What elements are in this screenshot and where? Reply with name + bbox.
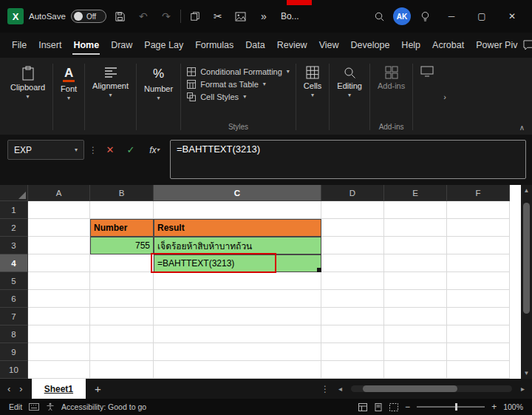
- row-header-3[interactable]: 3: [0, 237, 28, 254]
- sheet-options-icon[interactable]: ⋮: [321, 384, 330, 394]
- cut-button[interactable]: ✂: [209, 6, 227, 27]
- screenshot-button[interactable]: [415, 61, 440, 77]
- formula-input[interactable]: =BAHTTEXT(3213): [170, 140, 526, 179]
- zoom-in-button[interactable]: +: [491, 402, 497, 412]
- cell-A10[interactable]: [28, 361, 90, 379]
- tab-view[interactable]: View: [313, 35, 345, 55]
- row-header-5[interactable]: 5: [0, 272, 28, 290]
- cell-E7[interactable]: [384, 308, 447, 325]
- toolbar-overflow-button[interactable]: »: [255, 6, 273, 27]
- normal-view-button[interactable]: [358, 403, 367, 411]
- previous-sheet-button[interactable]: ‹: [7, 383, 10, 394]
- copy-button[interactable]: [186, 6, 204, 27]
- close-button[interactable]: ✕: [499, 5, 525, 27]
- cell-D8[interactable]: [321, 325, 384, 343]
- minimize-button[interactable]: ─: [439, 5, 464, 27]
- tab-acrobat[interactable]: Acrobat: [426, 35, 470, 55]
- maximize-button[interactable]: ▢: [469, 5, 494, 27]
- cell-D3[interactable]: [321, 237, 384, 254]
- cell-F3[interactable]: [447, 237, 510, 254]
- column-header-e[interactable]: E: [384, 185, 447, 201]
- column-header-d[interactable]: D: [321, 185, 384, 201]
- search-button[interactable]: [370, 6, 388, 27]
- cell-F2[interactable]: [447, 219, 510, 237]
- cell-B5[interactable]: [90, 272, 154, 290]
- cell-styles-button[interactable]: Cell Styles ▾: [187, 92, 290, 101]
- autosave-toggle[interactable]: Off: [71, 10, 106, 23]
- cell-D7[interactable]: [321, 308, 384, 325]
- name-box[interactable]: EXP ▾: [7, 140, 84, 160]
- cell-F1[interactable]: [447, 201, 510, 219]
- cell-D5[interactable]: [321, 272, 384, 290]
- cell-D10[interactable]: [321, 361, 384, 379]
- cells-button[interactable]: Cells ▾: [298, 61, 327, 98]
- cell-D4[interactable]: [321, 254, 384, 272]
- sheet-tab-sheet1[interactable]: Sheet1: [32, 379, 86, 399]
- vertical-scroll-thumb[interactable]: [523, 203, 530, 314]
- cell-F10[interactable]: [447, 361, 510, 379]
- ribbon-scroll-right-button[interactable]: ›: [440, 92, 450, 101]
- picture-button[interactable]: [232, 6, 250, 27]
- cell-C3[interactable]: เจ็ดร้อยห้าสิบห้าบาทถ้วน: [154, 237, 321, 254]
- redo-button[interactable]: ↷: [157, 6, 175, 27]
- insert-function-button[interactable]: fx▾: [143, 140, 166, 160]
- cell-E5[interactable]: [384, 272, 447, 290]
- cell-A9[interactable]: [28, 343, 90, 361]
- collapse-ribbon-button[interactable]: ∧: [519, 124, 525, 132]
- cell-B1[interactable]: [90, 201, 154, 219]
- page-break-view-button[interactable]: [389, 403, 398, 411]
- font-button[interactable]: A Font ▾: [55, 61, 83, 101]
- select-all-button[interactable]: [0, 185, 28, 201]
- tab-review[interactable]: Review: [271, 35, 313, 55]
- cell-C9[interactable]: [154, 343, 321, 361]
- row-header-10[interactable]: 10: [0, 361, 28, 379]
- cell-A7[interactable]: [28, 308, 90, 325]
- cell-A5[interactable]: [28, 272, 90, 290]
- cell-E6[interactable]: [384, 290, 447, 308]
- conditional-formatting-button[interactable]: Conditional Formatting ▾: [187, 67, 290, 76]
- row-header-9[interactable]: 9: [0, 343, 28, 361]
- save-button[interactable]: [112, 6, 129, 27]
- column-header-a[interactable]: A: [28, 185, 90, 201]
- fill-handle[interactable]: [317, 268, 321, 272]
- tab-insert[interactable]: Insert: [33, 35, 67, 55]
- row-header-7[interactable]: 7: [0, 308, 28, 325]
- row-header-4[interactable]: 4: [0, 254, 28, 272]
- tab-power-pivot[interactable]: Power Piv: [470, 35, 523, 55]
- cell-A1[interactable]: [28, 201, 90, 219]
- cell-E10[interactable]: [384, 361, 447, 379]
- cell-F9[interactable]: [447, 343, 510, 361]
- cell-B9[interactable]: [90, 343, 154, 361]
- cell-B8[interactable]: [90, 325, 154, 343]
- row-header-6[interactable]: 6: [0, 290, 28, 308]
- cell-C6[interactable]: [154, 290, 321, 308]
- zoom-slider-thumb[interactable]: [455, 403, 457, 411]
- tab-page-layout[interactable]: Page Lay: [138, 35, 189, 55]
- new-sheet-button[interactable]: +: [95, 382, 101, 395]
- tab-developer[interactable]: Develope: [345, 35, 396, 55]
- zoom-level[interactable]: 100%: [503, 402, 523, 411]
- accessibility-status[interactable]: Accessibility: Good to go: [61, 402, 146, 411]
- scroll-left-icon[interactable]: ◂: [338, 385, 342, 393]
- row-header-1[interactable]: 1: [0, 201, 28, 219]
- row-header-8[interactable]: 8: [0, 325, 28, 343]
- tab-data[interactable]: Data: [239, 35, 270, 55]
- cell-C7[interactable]: [154, 308, 321, 325]
- cell-B2[interactable]: Number: [90, 219, 154, 237]
- cell-C2[interactable]: Result: [154, 219, 321, 237]
- cell-E1[interactable]: [384, 201, 447, 219]
- cell-F6[interactable]: [447, 290, 510, 308]
- cell-A8[interactable]: [28, 325, 90, 343]
- number-button[interactable]: % Number ▾: [138, 61, 179, 101]
- cell-A6[interactable]: [28, 290, 90, 308]
- cell-C8[interactable]: [154, 325, 321, 343]
- cell-E9[interactable]: [384, 343, 447, 361]
- tell-me-button[interactable]: [416, 6, 434, 27]
- cell-D1[interactable]: [321, 201, 384, 219]
- horizontal-scroll-thumb[interactable]: [363, 385, 457, 392]
- cell-D6[interactable]: [321, 290, 384, 308]
- zoom-slider[interactable]: [417, 406, 485, 408]
- clipboard-button[interactable]: Clipboard ▾: [4, 61, 51, 100]
- cell-A2[interactable]: [28, 219, 90, 237]
- vertical-scrollbar[interactable]: ▲ ▼: [521, 185, 532, 379]
